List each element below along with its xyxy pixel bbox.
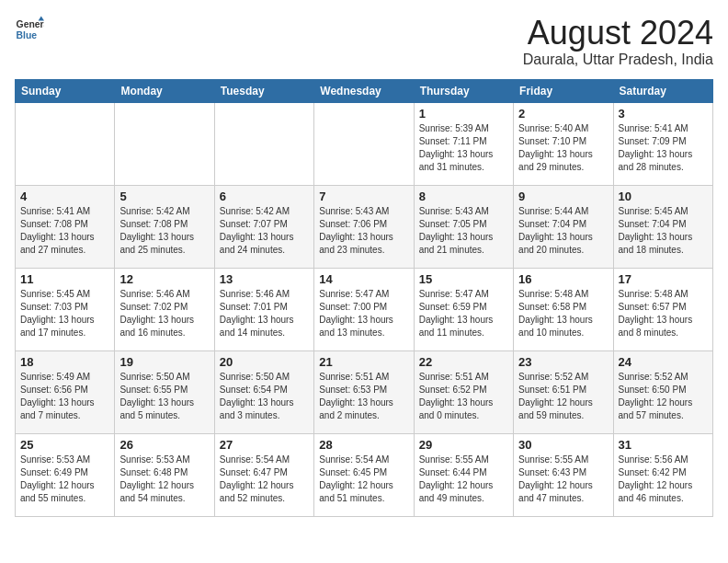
calendar-cell: 8Sunrise: 5:43 AM Sunset: 7:05 PM Daylig… xyxy=(414,185,513,268)
calendar-cell: 19Sunrise: 5:50 AM Sunset: 6:55 PM Dayli… xyxy=(115,350,214,433)
day-number: 14 xyxy=(319,272,408,286)
day-number: 7 xyxy=(319,190,408,203)
day-info: Sunrise: 5:51 AM Sunset: 6:52 PM Dayligh… xyxy=(419,371,508,422)
calendar-cell: 7Sunrise: 5:43 AM Sunset: 7:06 PM Daylig… xyxy=(314,185,414,268)
weekday-header-monday: Monday xyxy=(115,79,214,102)
calendar-cell: 26Sunrise: 5:53 AM Sunset: 6:48 PM Dayli… xyxy=(115,433,214,516)
day-info: Sunrise: 5:50 AM Sunset: 6:54 PM Dayligh… xyxy=(220,371,309,422)
day-number: 13 xyxy=(220,272,309,286)
day-info: Sunrise: 5:54 AM Sunset: 6:45 PM Dayligh… xyxy=(319,454,408,505)
day-info: Sunrise: 5:43 AM Sunset: 7:06 PM Dayligh… xyxy=(319,205,408,257)
svg-text:General: General xyxy=(17,19,44,29)
calendar-cell xyxy=(16,102,115,185)
calendar-cell: 18Sunrise: 5:49 AM Sunset: 6:56 PM Dayli… xyxy=(16,350,115,433)
day-info: Sunrise: 5:52 AM Sunset: 6:51 PM Dayligh… xyxy=(518,371,608,422)
calendar-cell: 13Sunrise: 5:46 AM Sunset: 7:01 PM Dayli… xyxy=(214,268,313,350)
weekday-header-sunday: Sunday xyxy=(16,79,115,102)
calendar-cell: 9Sunrise: 5:44 AM Sunset: 7:04 PM Daylig… xyxy=(514,185,613,268)
day-number: 27 xyxy=(220,438,309,452)
day-number: 28 xyxy=(319,438,408,452)
calendar-cell: 10Sunrise: 5:45 AM Sunset: 7:04 PM Dayli… xyxy=(613,185,712,268)
day-info: Sunrise: 5:45 AM Sunset: 7:03 PM Dayligh… xyxy=(20,288,109,339)
calendar-cell: 11Sunrise: 5:45 AM Sunset: 7:03 PM Dayli… xyxy=(16,268,115,350)
day-number: 20 xyxy=(220,355,309,369)
day-info: Sunrise: 5:44 AM Sunset: 7:04 PM Dayligh… xyxy=(518,205,608,257)
day-number: 9 xyxy=(518,190,608,203)
calendar-cell: 20Sunrise: 5:50 AM Sunset: 6:54 PM Dayli… xyxy=(214,350,313,433)
day-info: Sunrise: 5:42 AM Sunset: 7:07 PM Dayligh… xyxy=(220,205,309,257)
weekday-header-row: SundayMondayTuesdayWednesdayThursdayFrid… xyxy=(16,79,713,102)
day-number: 25 xyxy=(20,438,109,452)
day-info: Sunrise: 5:55 AM Sunset: 6:44 PM Dayligh… xyxy=(419,454,508,505)
day-number: 23 xyxy=(518,355,608,369)
day-info: Sunrise: 5:41 AM Sunset: 7:09 PM Dayligh… xyxy=(619,122,708,174)
calendar-cell: 25Sunrise: 5:53 AM Sunset: 6:49 PM Dayli… xyxy=(16,433,115,516)
location-subtitle: Daurala, Uttar Pradesh, India xyxy=(523,52,713,68)
calendar-week-5: 25Sunrise: 5:53 AM Sunset: 6:49 PM Dayli… xyxy=(16,433,713,516)
calendar-cell: 31Sunrise: 5:56 AM Sunset: 6:42 PM Dayli… xyxy=(613,433,712,516)
day-number: 4 xyxy=(20,190,109,203)
day-info: Sunrise: 5:46 AM Sunset: 7:02 PM Dayligh… xyxy=(119,288,209,339)
svg-marker-3 xyxy=(39,17,44,21)
day-number: 21 xyxy=(319,355,408,369)
calendar-cell: 21Sunrise: 5:51 AM Sunset: 6:53 PM Dayli… xyxy=(314,350,414,433)
day-info: Sunrise: 5:47 AM Sunset: 6:59 PM Dayligh… xyxy=(419,288,508,339)
calendar-cell: 15Sunrise: 5:47 AM Sunset: 6:59 PM Dayli… xyxy=(414,268,513,350)
weekday-header-tuesday: Tuesday xyxy=(214,79,313,102)
day-number: 11 xyxy=(20,272,109,286)
day-info: Sunrise: 5:52 AM Sunset: 6:50 PM Dayligh… xyxy=(619,371,708,422)
day-number: 6 xyxy=(220,190,309,203)
day-number: 22 xyxy=(419,355,508,369)
calendar-cell: 29Sunrise: 5:55 AM Sunset: 6:44 PM Dayli… xyxy=(414,433,513,516)
calendar-cell: 30Sunrise: 5:55 AM Sunset: 6:43 PM Dayli… xyxy=(514,433,613,516)
day-number: 17 xyxy=(619,272,708,286)
day-number: 2 xyxy=(518,107,608,121)
day-info: Sunrise: 5:46 AM Sunset: 7:01 PM Dayligh… xyxy=(220,288,309,339)
day-info: Sunrise: 5:47 AM Sunset: 7:00 PM Dayligh… xyxy=(319,288,408,339)
calendar-week-3: 11Sunrise: 5:45 AM Sunset: 7:03 PM Dayli… xyxy=(16,268,713,350)
day-number: 26 xyxy=(119,438,209,452)
day-number: 31 xyxy=(619,438,708,452)
logo-icon: General Blue xyxy=(15,15,44,44)
day-info: Sunrise: 5:43 AM Sunset: 7:05 PM Dayligh… xyxy=(419,205,508,257)
day-info: Sunrise: 5:54 AM Sunset: 6:47 PM Dayligh… xyxy=(220,454,309,505)
day-number: 8 xyxy=(419,190,508,203)
calendar-cell: 16Sunrise: 5:48 AM Sunset: 6:58 PM Dayli… xyxy=(514,268,613,350)
day-number: 5 xyxy=(119,190,209,203)
day-info: Sunrise: 5:51 AM Sunset: 6:53 PM Dayligh… xyxy=(319,371,408,422)
weekday-header-thursday: Thursday xyxy=(414,79,513,102)
day-number: 30 xyxy=(518,438,608,452)
day-info: Sunrise: 5:50 AM Sunset: 6:55 PM Dayligh… xyxy=(119,371,209,422)
day-number: 15 xyxy=(419,272,508,286)
day-info: Sunrise: 5:40 AM Sunset: 7:10 PM Dayligh… xyxy=(518,122,608,174)
page-header: General Blue August 2024 Daurala, Uttar … xyxy=(15,15,713,68)
calendar-cell: 23Sunrise: 5:52 AM Sunset: 6:51 PM Dayli… xyxy=(514,350,613,433)
day-info: Sunrise: 5:55 AM Sunset: 6:43 PM Dayligh… xyxy=(518,454,608,505)
calendar-cell: 24Sunrise: 5:52 AM Sunset: 6:50 PM Dayli… xyxy=(613,350,712,433)
calendar-cell: 1Sunrise: 5:39 AM Sunset: 7:11 PM Daylig… xyxy=(414,102,513,185)
day-info: Sunrise: 5:53 AM Sunset: 6:49 PM Dayligh… xyxy=(20,454,109,505)
calendar-header: SundayMondayTuesdayWednesdayThursdayFrid… xyxy=(16,79,713,102)
day-info: Sunrise: 5:49 AM Sunset: 6:56 PM Dayligh… xyxy=(20,371,109,422)
month-year-title: August 2024 xyxy=(523,15,713,52)
svg-text:Blue: Blue xyxy=(17,30,38,40)
calendar-cell xyxy=(115,102,214,185)
day-info: Sunrise: 5:41 AM Sunset: 7:08 PM Dayligh… xyxy=(20,205,109,257)
title-block: August 2024 Daurala, Uttar Pradesh, Indi… xyxy=(523,15,713,68)
day-number: 24 xyxy=(619,355,708,369)
day-info: Sunrise: 5:48 AM Sunset: 6:57 PM Dayligh… xyxy=(619,288,708,339)
calendar-cell: 28Sunrise: 5:54 AM Sunset: 6:45 PM Dayli… xyxy=(314,433,414,516)
calendar-cell: 27Sunrise: 5:54 AM Sunset: 6:47 PM Dayli… xyxy=(214,433,313,516)
weekday-header-friday: Friday xyxy=(514,79,613,102)
calendar-table: SundayMondayTuesdayWednesdayThursdayFrid… xyxy=(15,79,713,517)
calendar-week-2: 4Sunrise: 5:41 AM Sunset: 7:08 PM Daylig… xyxy=(16,185,713,268)
calendar-cell: 17Sunrise: 5:48 AM Sunset: 6:57 PM Dayli… xyxy=(613,268,712,350)
day-info: Sunrise: 5:56 AM Sunset: 6:42 PM Dayligh… xyxy=(619,454,708,505)
calendar-cell: 2Sunrise: 5:40 AM Sunset: 7:10 PM Daylig… xyxy=(514,102,613,185)
day-info: Sunrise: 5:45 AM Sunset: 7:04 PM Dayligh… xyxy=(619,205,708,257)
day-number: 1 xyxy=(419,107,508,121)
day-number: 16 xyxy=(518,272,608,286)
calendar-cell: 4Sunrise: 5:41 AM Sunset: 7:08 PM Daylig… xyxy=(16,185,115,268)
day-number: 18 xyxy=(20,355,109,369)
day-number: 19 xyxy=(119,355,209,369)
